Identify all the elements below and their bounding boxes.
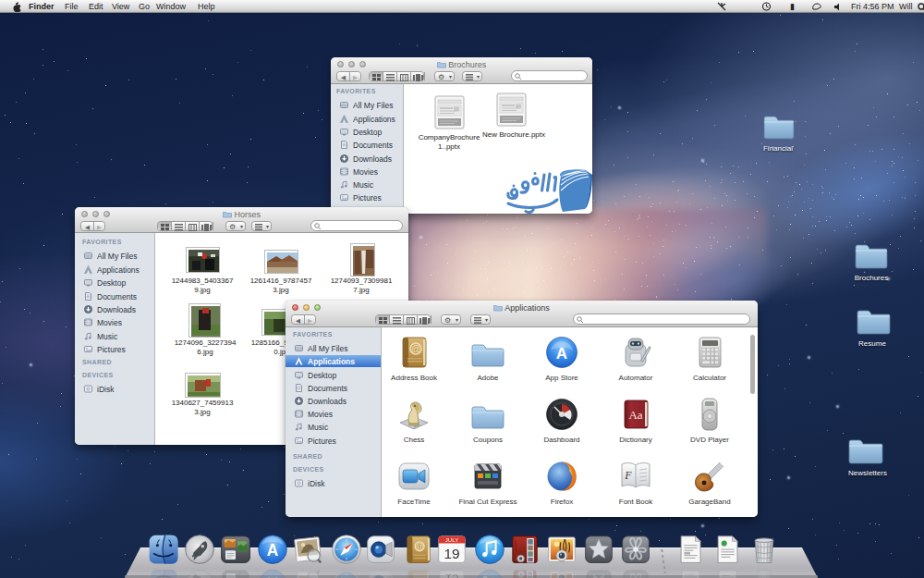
svg-text:A: A <box>556 345 567 363</box>
svg-text:JULY: JULY <box>445 537 458 543</box>
svg-text:19: 19 <box>444 546 459 561</box>
svg-text:F: F <box>624 469 632 482</box>
svg-text:@: @ <box>411 344 420 354</box>
svg-text:A: A <box>267 541 279 560</box>
svg-text:Aa: Aa <box>628 408 642 422</box>
svg-text:A: A <box>267 574 278 578</box>
svg-text:19: 19 <box>444 572 459 578</box>
svg-text:@: @ <box>416 542 424 551</box>
